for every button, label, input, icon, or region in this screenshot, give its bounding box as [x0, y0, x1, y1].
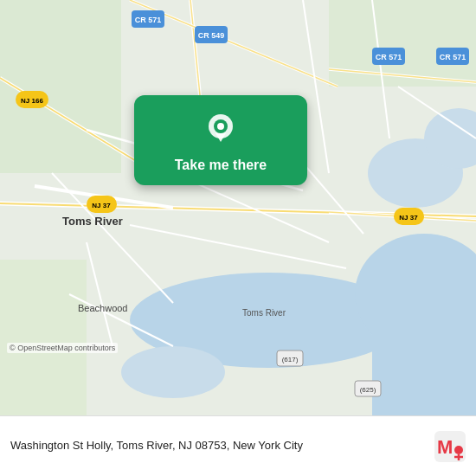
svg-rect-5 [372, 312, 476, 415]
svg-text:(625): (625) [360, 386, 376, 394]
svg-rect-8 [329, 0, 476, 87]
map-container: CR 571 NJ 166 CR 549 CR 571 CR 571 NJ 37… [0, 0, 476, 415]
location-card[interactable]: Take me there [134, 95, 307, 185]
address-text: Washington St Holly, Toms River, NJ 0875… [10, 438, 434, 453]
openstreetmap-credit: © OpenStreetMap contributors [7, 343, 118, 353]
svg-text:CR 549: CR 549 [198, 31, 225, 40]
svg-point-6 [121, 346, 225, 398]
svg-point-60 [454, 446, 463, 454]
svg-text:NJ 37: NJ 37 [399, 214, 418, 222]
svg-text:Beachwood: Beachwood [78, 303, 128, 313]
svg-text:NJ 37: NJ 37 [92, 202, 111, 209]
bottom-bar: Washington St Holly, Toms River, NJ 0875… [0, 415, 476, 476]
svg-text:(617): (617) [282, 356, 299, 363]
svg-text:CR 571: CR 571 [440, 53, 466, 61]
map-background: CR 571 NJ 166 CR 549 CR 571 CR 571 NJ 37… [0, 0, 476, 415]
moovit-logo: M [434, 431, 466, 462]
svg-point-56 [217, 123, 224, 130]
svg-text:M: M [437, 436, 453, 458]
address-section: Washington St Holly, Toms River, NJ 0875… [10, 438, 434, 453]
svg-text:Toms River: Toms River [242, 308, 286, 318]
svg-text:CR 571: CR 571 [135, 16, 162, 24]
svg-rect-9 [0, 260, 87, 415]
moovit-icon: M [434, 431, 466, 462]
svg-text:CR 571: CR 571 [376, 53, 402, 61]
pin-icon [202, 111, 240, 149]
take-me-there-button[interactable]: Take me there [175, 158, 267, 173]
svg-rect-7 [0, 0, 121, 173]
svg-text:Toms River: Toms River [62, 215, 123, 228]
svg-text:NJ 166: NJ 166 [21, 97, 43, 105]
